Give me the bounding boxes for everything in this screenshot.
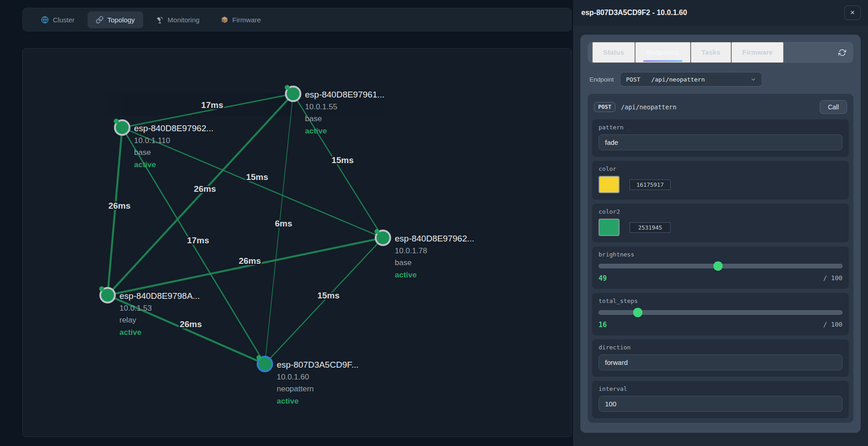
node-role: base — [305, 114, 322, 123]
edge-latency-label: 15ms — [331, 155, 354, 165]
node-name: esp-840D8E97961... — [305, 90, 384, 99]
node-role: relay — [119, 316, 136, 324]
method-badge: POST — [594, 102, 615, 112]
node-dot — [375, 229, 380, 234]
field-label: pattern — [599, 124, 842, 131]
endpoint-select-path: /api/neopattern — [651, 76, 705, 83]
field-label: interval — [599, 385, 842, 392]
field-card-color: color 16175917 — [592, 161, 849, 200]
graph-node-10.0.1.60[interactable]: esp-807D3A5CD9F...10.0.1.60neopatternact… — [257, 355, 359, 406]
node-status: active — [134, 160, 156, 169]
field-card-interval: interval 100 — [592, 381, 849, 418]
panel-body: StatusEndpointsTasksFirmware Endpoint PO… — [573, 26, 868, 442]
field-card-total_steps: total_steps 16 / 100 — [592, 293, 849, 335]
field-text-input[interactable]: forward — [599, 354, 842, 370]
close-button[interactable]: × — [844, 5, 861, 20]
request-fields: pattern fade color 16175917 color2 25319… — [592, 119, 849, 418]
endpoint-selector-row: Endpoint POST /api/neopattern — [589, 72, 852, 87]
graph-node-10.0.1.110[interactable]: esp-840D8E97962...10.0.1.110baseactive — [114, 119, 214, 169]
node-role: base — [395, 258, 412, 267]
nav-item-cluster[interactable]: Cluster — [33, 11, 83, 28]
endpoint-select-method: POST — [626, 76, 640, 83]
color-value-input[interactable]: 16175917 — [630, 179, 671, 190]
request-header: POST /api/neopattern Call — [592, 98, 849, 119]
slider-max-value: / 100 — [823, 274, 842, 282]
graph-edge — [265, 94, 293, 364]
edge-latency-label: 26ms — [194, 184, 216, 194]
slider-thumb[interactable] — [633, 308, 642, 318]
graph-edge — [108, 238, 383, 295]
node-ip: 10.0.1.110 — [134, 136, 170, 145]
node-status: active — [119, 328, 141, 337]
device-detail-panel: esp-807D3A5CD9F2 - 10.0.1.60 × StatusEnd… — [573, 0, 868, 446]
slider-max-value: / 100 — [823, 321, 842, 329]
slider-current-value: 49 — [599, 274, 607, 282]
tab-tasks[interactable]: Tasks — [691, 42, 732, 63]
tab-endpoints[interactable]: Endpoints — [635, 42, 691, 63]
edge-latency-label: 26ms — [108, 201, 131, 210]
node-status: active — [277, 397, 299, 405]
node-status: active — [395, 271, 417, 279]
node-dot — [99, 287, 104, 292]
field-text-input[interactable]: fade — [599, 134, 842, 150]
package-icon — [221, 16, 228, 24]
endpoint-select[interactable]: POST /api/neopattern — [620, 72, 762, 87]
field-card-brightness: brightness 49 / 100 — [592, 246, 849, 289]
topology-graph-card: 17ms15ms26ms6ms15ms26ms17ms26ms15ms26mse… — [22, 48, 572, 437]
edge-latency-label: 15ms — [246, 172, 269, 182]
node-dot — [257, 355, 262, 360]
node-role: base — [134, 148, 151, 157]
top-navbar: Cluster Topology Monitoring Firmware — [22, 8, 572, 31]
slider[interactable] — [599, 308, 842, 317]
field-label: color2 — [599, 208, 842, 215]
edge-latency-label: 26ms — [239, 256, 261, 266]
refresh-button[interactable] — [835, 46, 849, 59]
call-button[interactable]: Call — [820, 100, 847, 114]
refresh-icon — [838, 49, 846, 56]
endpoint-label: Endpoint — [589, 76, 614, 83]
field-label: direction — [599, 344, 842, 351]
panel-title: esp-807D3A5CD9F2 - 10.0.1.60 — [581, 9, 687, 17]
panel-tab-bar: StatusEndpointsTasksFirmware — [588, 42, 853, 63]
globe-icon — [41, 16, 49, 24]
tab-firmware[interactable]: Firmware — [731, 42, 784, 63]
field-label: brightness — [599, 251, 842, 258]
graph-edge — [108, 128, 122, 295]
field-label: color — [599, 165, 842, 172]
nav-item-topology[interactable]: Topology — [88, 11, 143, 28]
nav-item-firmware[interactable]: Firmware — [212, 11, 269, 28]
node-name: esp-807D3A5CD9F... — [277, 360, 359, 369]
field-card-direction: direction forward — [592, 339, 849, 377]
tab-status[interactable]: Status — [592, 42, 635, 63]
edge-latency-label: 15ms — [317, 291, 340, 300]
field-label: total_steps — [599, 297, 842, 304]
node-ip: 10.0.1.78 — [395, 246, 427, 255]
graph-edge — [265, 238, 383, 364]
slider-current-value: 16 — [599, 321, 607, 329]
edge-latency-label: 17ms — [201, 100, 223, 110]
slider[interactable] — [599, 261, 842, 271]
node-dot — [285, 85, 290, 90]
link-icon — [96, 16, 103, 24]
edge-latency-label: 17ms — [187, 236, 209, 245]
node-ip: 10.0.1.53 — [119, 304, 152, 313]
panel-header: esp-807D3A5CD9F2 - 10.0.1.60 × — [573, 0, 868, 26]
chevron-down-icon — [750, 77, 756, 82]
field-text-input[interactable]: 100 — [599, 396, 842, 412]
slider-thumb[interactable] — [713, 261, 723, 271]
node-status: active — [305, 127, 327, 135]
graph-node-10.0.1.55[interactable]: esp-840D8E97961...10.0.1.55baseactive — [285, 85, 385, 136]
color-value-input[interactable]: 2531945 — [630, 222, 671, 233]
request-path: /api/neopattern — [621, 103, 677, 111]
nav-item-monitoring[interactable]: Monitoring — [148, 11, 208, 28]
node-role: neopattern — [277, 384, 314, 393]
color-swatch[interactable] — [599, 176, 620, 193]
color-swatch[interactable] — [599, 219, 620, 236]
panel-content-card: StatusEndpointsTasksFirmware Endpoint PO… — [580, 35, 861, 433]
graph-node-10.0.1.78[interactable]: esp-840D8E97962...10.0.1.78baseactive — [375, 229, 475, 280]
topology-graph: 17ms15ms26ms6ms15ms26ms17ms26ms15ms26mse… — [23, 49, 572, 437]
satellite-icon — [156, 16, 164, 24]
node-ip: 10.0.1.55 — [305, 103, 337, 111]
node-name: esp-840D8E97962... — [134, 123, 213, 133]
node-ip: 10.0.1.60 — [277, 373, 309, 381]
